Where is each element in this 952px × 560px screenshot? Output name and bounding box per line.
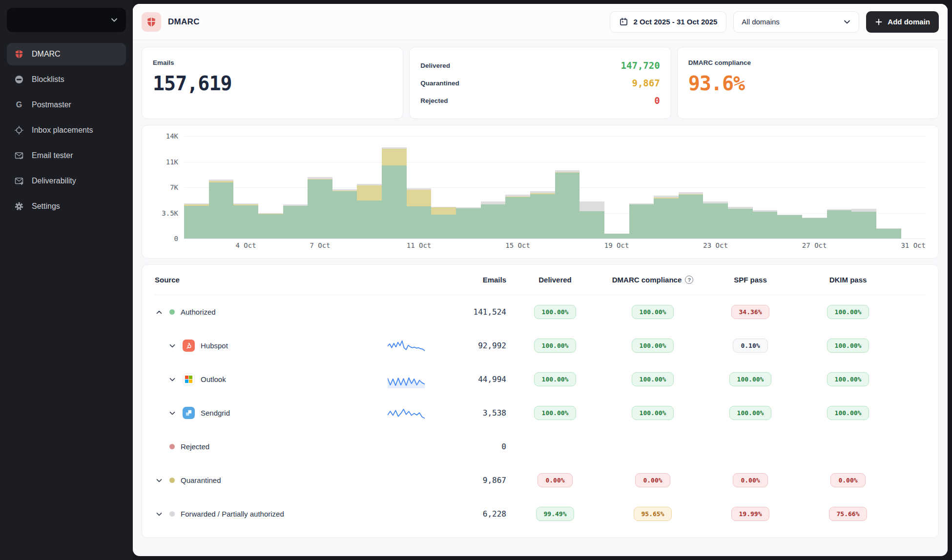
domain-filter-select[interactable]: All domains <box>733 11 859 33</box>
chevron-down-icon[interactable] <box>155 510 164 519</box>
chart-y-axis: 03.5K7K11K14K <box>149 136 184 253</box>
bar-23-oct[interactable] <box>703 136 728 239</box>
google-icon: G <box>14 100 24 110</box>
metric-cell: 100.00% <box>604 372 702 386</box>
table-row-outlook[interactable]: Outlook44,994100.00%100.00%100.00%100.00… <box>155 362 926 396</box>
table-row-hubspot[interactable]: Hubspot92,992100.00%100.00%0.10%100.00% <box>155 329 926 362</box>
sidebar-item-inbox-placements[interactable]: Inbox placements <box>7 119 126 141</box>
email-tester-icon <box>14 150 24 161</box>
table-row-forwarded-partially-authorized[interactable]: Forwarded / Partially authorized6,22899.… <box>155 497 926 531</box>
bar-12-oct[interactable] <box>431 136 456 239</box>
bar-13-oct[interactable] <box>456 136 481 239</box>
bar-7-oct[interactable] <box>308 136 332 239</box>
bar-30-oct[interactable] <box>876 136 901 239</box>
chevron-down-icon[interactable] <box>168 341 177 350</box>
bar-segment-delivered <box>209 182 234 239</box>
y-axis-tick: 7K <box>170 183 178 191</box>
bar-4-oct[interactable] <box>233 136 258 239</box>
table-row-sendgrid[interactable]: Sendgrid3,538100.00%100.00%100.00%100.00… <box>155 396 926 430</box>
bar-segment-delivered <box>703 203 728 239</box>
bar-17-oct[interactable] <box>555 136 580 239</box>
chevron-down-icon[interactable] <box>168 375 177 384</box>
blocklist-icon <box>14 74 24 85</box>
bar-segment-delivered <box>654 199 679 239</box>
help-icon[interactable]: ? <box>685 276 693 284</box>
sidebar-item-blocklists[interactable]: Blocklists <box>7 68 126 91</box>
deliverability-icon <box>14 176 24 186</box>
bar-segment-delivered <box>555 173 580 239</box>
email-volume-chart-card: 03.5K7K11K14K 4 Oct7 Oct11 Oct15 Oct19 O… <box>142 125 939 259</box>
bar-31-oct[interactable] <box>901 136 926 239</box>
x-axis-tick: 11 Oct <box>407 241 432 249</box>
hubspot-icon <box>183 340 195 352</box>
bar-24-oct[interactable] <box>728 136 753 239</box>
metric-cell: 75.66% <box>799 507 897 521</box>
bar-segment-delivered <box>777 215 802 239</box>
workspace-selector[interactable] <box>7 8 126 32</box>
bar-9-oct[interactable] <box>357 136 382 239</box>
metric-cell: 0.00% <box>799 473 897 487</box>
bar-27-oct[interactable] <box>802 136 827 239</box>
source-cell: Authorized <box>155 308 370 317</box>
bar-21-oct[interactable] <box>654 136 679 239</box>
bar-segment-quarantined <box>357 185 382 201</box>
metric-cell: 0.10% <box>702 339 799 353</box>
bar-15-oct[interactable] <box>505 136 530 239</box>
sidebar-item-settings[interactable]: Settings <box>7 195 126 218</box>
sidebar-item-label: Settings <box>32 202 60 211</box>
inbox-placements-icon <box>14 125 24 136</box>
bar-19-oct[interactable] <box>604 136 629 239</box>
bar-segment-delivered <box>481 204 506 239</box>
expander-placeholder <box>155 442 164 451</box>
add-domain-button[interactable]: Add domain <box>866 11 939 33</box>
bar-20-oct[interactable] <box>629 136 654 239</box>
chevron-down-icon[interactable] <box>168 409 177 418</box>
sidebar-item-label: Email tester <box>32 151 73 160</box>
metric-cell: 0.00% <box>506 473 604 487</box>
percentage-badge: 34.36% <box>731 305 770 319</box>
sidebar-item-postmaster[interactable]: GPostmaster <box>7 94 126 116</box>
bar-5-oct[interactable] <box>258 136 283 239</box>
bar-25-oct[interactable] <box>753 136 778 239</box>
bar-segment-delivered <box>629 204 654 239</box>
x-axis-tick: 7 Oct <box>310 241 330 249</box>
table-body: Authorized141,524100.00%100.00%34.36%100… <box>155 295 926 531</box>
dmarc-compliance-card: DMARC compliance 93.6% <box>677 47 939 119</box>
outcome-value: 147,720 <box>621 60 660 71</box>
bar-16-oct[interactable] <box>530 136 555 239</box>
metric-cell: 100.00% <box>604 406 702 420</box>
column-header-emails: Emails <box>443 276 506 284</box>
date-range-value: 2 Oct 2025 - 31 Oct 2025 <box>634 18 718 26</box>
chevron-down-icon[interactable] <box>155 476 164 485</box>
bar-28-oct[interactable] <box>827 136 852 239</box>
bar-29-oct[interactable] <box>851 136 876 239</box>
bar-8-oct[interactable] <box>332 136 357 239</box>
table-row-authorized[interactable]: Authorized141,524100.00%100.00%34.36%100… <box>155 295 926 329</box>
bar-14-oct[interactable] <box>481 136 506 239</box>
sidebar-item-label: DMARC <box>32 50 61 59</box>
table-row-quarantined[interactable]: Quarantined9,8670.00%0.00%0.00%0.00% <box>155 463 926 497</box>
bar-segment-quarantined <box>382 149 407 166</box>
sidebar-item-dmarc[interactable]: DMARC <box>7 43 126 65</box>
bar-2-oct[interactable] <box>184 136 209 239</box>
bar-segment-delivered <box>505 197 530 239</box>
bar-26-oct[interactable] <box>777 136 802 239</box>
emails-total-value: 157,619 <box>153 72 392 95</box>
bar-18-oct[interactable] <box>579 136 604 239</box>
bar-segment-delivered <box>530 194 555 239</box>
bar-3-oct[interactable] <box>209 136 234 239</box>
bar-6-oct[interactable] <box>283 136 308 239</box>
table-header-row: SourceEmailsDeliveredDMARC compliance?SP… <box>155 265 926 295</box>
sidebar-item-email-tester[interactable]: Email tester <box>7 144 126 167</box>
bar-10-oct[interactable] <box>382 136 407 239</box>
emails-count: 3,538 <box>443 408 506 418</box>
x-axis-tick: 19 Oct <box>604 241 629 249</box>
metric-cell: 100.00% <box>799 372 897 386</box>
sidebar-item-deliverability[interactable]: Deliverability <box>7 170 126 192</box>
date-range-picker[interactable]: 2 Oct 2025 - 31 Oct 2025 <box>610 11 727 33</box>
chevron-up-icon[interactable] <box>155 308 164 317</box>
gridline <box>184 239 926 239</box>
bar-11-oct[interactable] <box>407 136 432 239</box>
settings-icon <box>14 201 24 212</box>
bar-22-oct[interactable] <box>679 136 704 239</box>
